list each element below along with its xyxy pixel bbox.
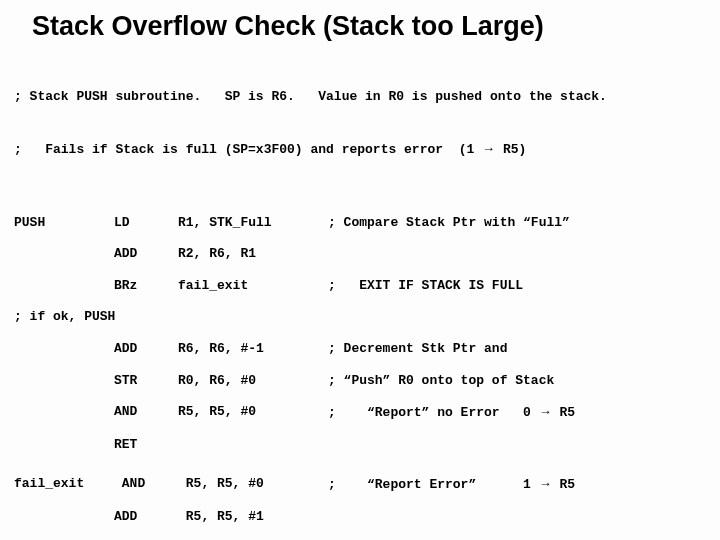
code-row: ADD R6, R6, #-1 ; Decrement Stk Ptr and [14, 340, 706, 358]
row-opcode: AND [114, 403, 178, 422]
row-args: R1, STK_Full [178, 214, 328, 232]
row-args: R5, R5, #0 [178, 403, 328, 422]
row-comment [328, 245, 706, 263]
row-opcode: RET [114, 436, 178, 454]
slide: Stack Overflow Check (Stack too Large) ;… [0, 0, 720, 540]
spacer [14, 467, 706, 475]
row-label: PUSH [14, 214, 114, 232]
code-row: BRz fail_exit ; EXIT IF STACK IS FULL [14, 277, 706, 295]
row-label [14, 340, 114, 358]
row-comment: ; Compare Stack Ptr with “Full” [328, 214, 706, 232]
row-comment [328, 508, 706, 526]
row-args: fail_exit [178, 277, 328, 295]
row-comment: ; EXIT IF STACK IS FULL [328, 277, 706, 295]
row-opcode: BRz [114, 277, 178, 295]
arrow-icon: → [539, 403, 552, 421]
row-opcode: LD [114, 214, 178, 232]
row-args: R5, R5, #0 [178, 475, 328, 494]
row-comment: ; “Push” R0 onto top of Stack [328, 372, 706, 390]
row-comment-post: R5 [552, 405, 575, 420]
row-label [14, 245, 114, 263]
row-label: fail_exit [14, 475, 114, 494]
row-args: R2, R6, R1 [178, 245, 328, 263]
row-comment: ; “Report” no Error 0 → R5 [328, 403, 706, 422]
desc-line2-pre: ; Fails if Stack is full (SP=x3F00) and … [14, 142, 482, 157]
code-row: AND R5, R5, #0 ; “Report” no Error 0 → R… [14, 403, 706, 422]
row-comment: ; Decrement Stk Ptr and [328, 340, 706, 358]
row-opcode: ADD [114, 340, 178, 358]
row-opcode: ADD [114, 245, 178, 263]
row-opcode: ADD [114, 508, 178, 526]
code-row: RET [14, 436, 706, 454]
description-block: ; Stack PUSH subroutine. SP is R6. Value… [14, 52, 706, 193]
code-row: ADD R5, R5, #1 [14, 508, 706, 526]
row-comment: ; “Report Error” 1 → R5 [328, 475, 706, 494]
desc-line2: ; Fails if Stack is full (SP=x3F00) and … [14, 140, 706, 159]
slide-title: Stack Overflow Check (Stack too Large) [14, 8, 706, 44]
row-label [14, 403, 114, 422]
section-label: ; if ok, PUSH [14, 308, 706, 326]
row-label [14, 508, 114, 526]
code-row: PUSH LD R1, STK_Full ; Compare Stack Ptr… [14, 214, 706, 232]
row-opcode: STR [114, 372, 178, 390]
code-row: fail_exit AND R5, R5, #0 ; “Report Error… [14, 475, 706, 494]
row-args [178, 436, 328, 454]
row-label [14, 436, 114, 454]
row-comment [328, 436, 706, 454]
row-comment-pre: ; “Report Error” 1 [328, 477, 539, 492]
code-row: ADD R2, R6, R1 [14, 245, 706, 263]
row-comment-pre: ; “Report” no Error 0 [328, 405, 539, 420]
row-label [14, 372, 114, 390]
code-row: STR R0, R6, #0 ; “Push” R0 onto top of S… [14, 372, 706, 390]
row-args: R5, R5, #1 [178, 508, 328, 526]
row-args: R0, R6, #0 [178, 372, 328, 390]
arrow-icon: → [539, 475, 552, 493]
row-comment-post: R5 [552, 477, 575, 492]
row-label [14, 277, 114, 295]
desc-line2-tail: R5) [495, 142, 526, 157]
desc-line1: ; Stack PUSH subroutine. SP is R6. Value… [14, 88, 706, 106]
row-args: R6, R6, #-1 [178, 340, 328, 358]
row-opcode: AND [114, 475, 178, 494]
arrow-icon: → [482, 140, 495, 158]
